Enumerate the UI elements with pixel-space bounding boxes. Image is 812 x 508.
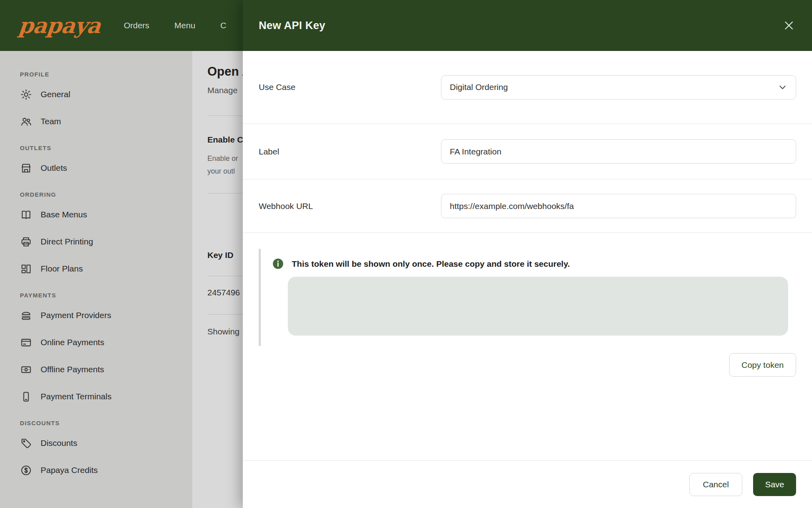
webhook-url-row: Webhook URL: [243, 180, 812, 233]
use-case-selected-value: Digital Ordering: [450, 82, 508, 92]
use-case-select[interactable]: Digital Ordering: [441, 75, 796, 100]
chevron-down-icon: [777, 82, 788, 92]
modal-footer: Cancel Save: [243, 460, 812, 508]
webhook-url-input[interactable]: [441, 194, 796, 218]
nav-item-clipped[interactable]: C: [221, 21, 226, 30]
cancel-button[interactable]: Cancel: [689, 473, 742, 496]
info-icon: [272, 258, 284, 270]
nav-item-menu[interactable]: Menu: [174, 21, 195, 30]
save-button[interactable]: Save: [753, 473, 796, 496]
main-nav: Orders Menu C: [124, 21, 226, 30]
use-case-label: Use Case: [259, 82, 295, 92]
use-case-row: Use Case Digital Ordering: [243, 51, 812, 124]
label-input[interactable]: [441, 139, 796, 164]
modal-title: New API Key: [259, 20, 325, 32]
token-notice-text: This token will be shown only once. Plea…: [292, 259, 570, 269]
label-field-label: Label: [259, 147, 279, 156]
token-section: This token will be shown only once. Plea…: [259, 249, 796, 346]
token-value-box: [288, 277, 788, 336]
app-screen: papaya Orders Menu C PROFILE General Tea…: [0, 0, 812, 508]
label-row: Label: [243, 124, 812, 180]
close-icon: [783, 20, 795, 31]
nav-item-orders[interactable]: Orders: [124, 21, 149, 30]
modal-header: New API Key: [243, 0, 812, 51]
new-api-key-modal: New API Key Use Case Digital Ordering La…: [243, 0, 812, 508]
token-notice: This token will be shown only once. Plea…: [272, 258, 796, 270]
copy-token-row: Copy token: [243, 353, 812, 377]
webhook-url-label: Webhook URL: [259, 201, 313, 211]
close-button[interactable]: [782, 18, 796, 33]
copy-token-button[interactable]: Copy token: [729, 353, 796, 377]
papaya-logo[interactable]: papaya: [18, 13, 102, 38]
